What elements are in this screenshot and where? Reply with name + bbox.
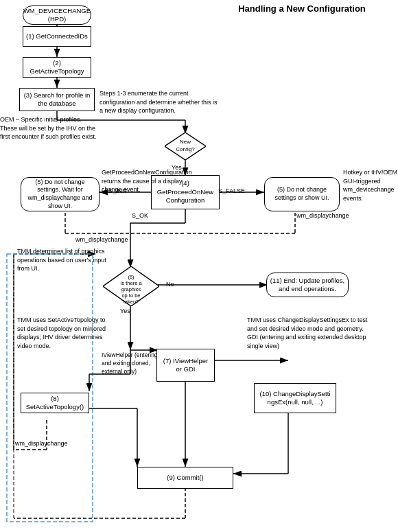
svg-text:Config?: Config? <box>176 146 195 152</box>
diamond-graphics-op: (6) Is there a graphics op to be taken? <box>103 266 159 306</box>
diagram-container: Handling a New Configuration WM_DEVICECH… <box>0 0 398 532</box>
annotation-tmm-list: TMM determines list of graphics operatio… <box>17 247 106 273</box>
annotation-oem: OEM – Specific initial profiles. These w… <box>0 115 100 141</box>
label-wm-displaychange-bottom: wm_displaychange <box>15 439 68 448</box>
svg-text:(6): (6) <box>128 274 134 280</box>
annotation-change-display: TMM uses ChangeDisplaySettingsEx to test… <box>247 316 374 350</box>
label-s-ok: S_OK <box>132 211 148 220</box>
box5-right: (5) Do not change settings or show UI. <box>264 177 340 211</box>
start-event: WM_DEVICECHANGE (HPD) <box>23 5 91 25</box>
svg-text:taken?: taken? <box>124 299 139 305</box>
label-yes-bottom: Yes <box>120 307 130 316</box>
svg-text:graphics: graphics <box>121 286 141 292</box>
annotation-getproceed: GetProceedOnNewConfiguration returns the… <box>102 168 191 194</box>
label-s-false: S_FALSE <box>218 187 245 196</box>
box-commit: (9) Commit() <box>137 467 233 489</box>
svg-text:op to be: op to be <box>121 292 140 299</box>
diamond-new-config: New Config? <box>165 132 206 160</box>
page-title: Handling a New Configuration <box>226 3 377 14</box>
box-set-active-topology: (8) SetActiveTopology() <box>21 393 89 413</box>
annotation-iviewhelper: IViewHelper (entering and exiting cloned… <box>102 351 163 376</box>
box-iviewhelper-gdi: (7) IViewHelper or GDI <box>156 349 215 382</box>
label-no: No <box>166 280 174 289</box>
label-wm-displaychange-right: wm_displaychange <box>296 211 349 220</box>
box5-left: (5) Do not change settings. Wait for wm_… <box>21 177 100 211</box>
box-change-display-settings: (10) ChangeDisplaySetti ngsEx(null, null… <box>254 383 336 413</box>
box-get-active-topology: (2) GetActiveTopology <box>23 57 91 78</box>
svg-rect-33 <box>7 254 93 522</box>
box-get-connected-ids: (1) GetConnectedIDs <box>23 26 91 47</box>
svg-text:Is there a: Is there a <box>120 280 142 286</box>
annotation-steps: Steps 1-3 enumerate the current configur… <box>100 89 220 115</box>
box-end: (11) End: Update profiles, and end opera… <box>266 273 349 297</box>
svg-text:New: New <box>180 139 191 145</box>
annotation-hotkey: Hotkey or IHV/OEM GUI-triggered wm_devic… <box>343 168 398 203</box>
label-wm-displaychange-center: wm_displaychange <box>75 235 128 244</box>
annotation-set-active: TMM uses SetActiveTopology to set desire… <box>17 316 113 350</box>
box-search-profile: (3) Search for profile in the database <box>19 88 95 111</box>
